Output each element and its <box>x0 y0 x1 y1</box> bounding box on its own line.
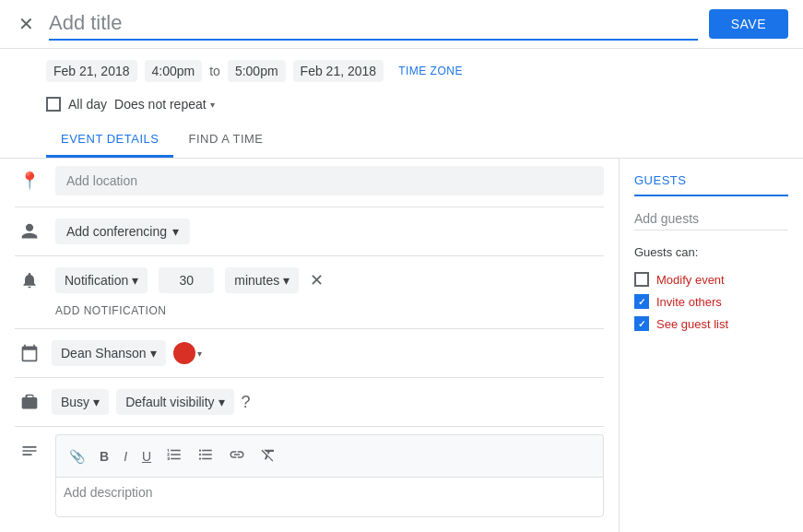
ordered-list-button[interactable] <box>160 443 188 469</box>
add-guests-input[interactable] <box>634 207 788 231</box>
allday-row: All day Does not repeat ▾ <box>0 93 803 123</box>
to-label: to <box>209 64 220 78</box>
tabs-row: EVENT DETAILS FIND A TIME <box>0 123 803 159</box>
calendar-row: Dean Shanson ▾ ▾ <box>15 333 604 373</box>
end-date-button[interactable]: Feb 21, 2018 <box>293 60 384 82</box>
briefcase-icon <box>15 393 44 411</box>
invite-others-label: Invite others <box>656 295 722 309</box>
tab-event-details[interactable]: EVENT DETAILS <box>46 123 173 158</box>
underline-button[interactable]: U <box>136 445 157 467</box>
allday-checkbox[interactable] <box>46 97 61 112</box>
location-icon: 📍 <box>15 171 44 191</box>
description-input[interactable] <box>55 477 604 517</box>
color-dropdown-button[interactable]: ▾ <box>197 349 202 359</box>
separator-3 <box>15 328 604 329</box>
repeat-label: Does not repeat <box>114 97 207 112</box>
separator-4 <box>15 377 604 378</box>
guests-can-label: Guests can: <box>634 245 788 259</box>
start-time-button[interactable]: 4:00pm <box>145 60 203 82</box>
conferencing-label: Add conferencing <box>66 224 167 239</box>
bold-button[interactable]: B <box>94 445 114 467</box>
start-date-button[interactable]: Feb 21, 2018 <box>46 60 137 82</box>
repeat-dropdown-icon: ▾ <box>210 100 215 110</box>
location-input[interactable] <box>55 166 604 195</box>
italic-button[interactable]: I <box>118 445 133 467</box>
guests-title: GUESTS <box>634 173 788 196</box>
conferencing-row: Add conferencing ▾ <box>15 211 604 252</box>
separator-2 <box>15 255 604 256</box>
description-row: 📎 B I U <box>15 431 604 521</box>
location-row: 📍 <box>15 159 604 203</box>
unordered-list-button[interactable] <box>192 443 219 469</box>
notification-value-input[interactable] <box>159 267 214 293</box>
separator-1 <box>15 207 604 207</box>
modify-event-checkbox[interactable] <box>634 272 649 287</box>
help-icon[interactable]: ? <box>242 393 251 412</box>
notification-unit-dropdown-icon: ▾ <box>283 273 289 288</box>
notification-dropdown-icon: ▾ <box>132 273 138 288</box>
visibility-label: Default visibility <box>125 395 214 409</box>
close-icon: ✕ <box>18 13 34 35</box>
right-panel: GUESTS Guests can: Modify event ✓ Invite… <box>619 159 803 532</box>
notification-type-label: Notification <box>65 273 128 288</box>
notification-icon <box>15 271 44 290</box>
add-notification-label[interactable]: ADD NOTIFICATION <box>15 301 604 325</box>
separator-5 <box>15 426 604 427</box>
see-guest-list-label: See guest list <box>656 317 728 331</box>
main-content: 📍 Add conferencing ▾ Notification ▾ <box>0 159 803 532</box>
status-dropdown-icon: ▾ <box>93 395 100 409</box>
see-guest-list-checkbox[interactable]: ✓ <box>634 316 649 331</box>
end-time-button[interactable]: 5:00pm <box>228 60 286 82</box>
datetime-row: Feb 21, 2018 4:00pm to 5:00pm Feb 21, 20… <box>0 49 803 93</box>
clear-notification-button[interactable]: ✕ <box>310 270 324 290</box>
repeat-button[interactable]: Does not repeat ▾ <box>114 97 215 112</box>
calendar-color-circle[interactable] <box>173 342 195 364</box>
visibility-dropdown-icon: ▾ <box>218 395 225 409</box>
status-select[interactable]: Busy ▾ <box>52 389 109 415</box>
modify-event-label: Modify event <box>656 273 725 287</box>
permission-row-invite: ✓ Invite others <box>634 290 788 313</box>
link-button[interactable] <box>223 443 251 469</box>
visibility-select[interactable]: Default visibility ▾ <box>116 389 233 415</box>
notification-unit-label: minutes <box>234 273 279 288</box>
attachment-button[interactable]: 📎 <box>64 445 90 467</box>
conferencing-dropdown-icon: ▾ <box>172 224 179 239</box>
notification-row: Notification ▾ minutes ▾ ✕ <box>15 260 604 301</box>
status-label: Busy <box>61 395 89 409</box>
timezone-button[interactable]: TIME ZONE <box>391 61 470 81</box>
conferencing-button[interactable]: Add conferencing ▾ <box>55 219 190 244</box>
close-button[interactable]: ✕ <box>15 9 38 39</box>
description-toolbar: 📎 B I U <box>55 434 604 477</box>
calendar-owner-select[interactable]: Dean Shanson ▾ <box>52 340 166 366</box>
calendar-owner-dropdown-icon: ▾ <box>150 346 157 361</box>
notification-unit-select[interactable]: minutes ▾ <box>225 267 299 293</box>
title-input[interactable] <box>49 7 698 41</box>
status-row: Busy ▾ Default visibility ▾ ? <box>15 382 604 422</box>
calendar-icon <box>15 344 44 362</box>
calendar-owner-label: Dean Shanson <box>61 346 147 361</box>
description-icon <box>15 434 44 460</box>
see-guests-check-icon: ✓ <box>638 319 645 329</box>
description-container: 📎 B I U <box>55 434 604 517</box>
left-panel: 📍 Add conferencing ▾ Notification ▾ <box>0 159 619 532</box>
invite-check-icon: ✓ <box>638 297 645 307</box>
save-button[interactable]: SAVE <box>709 9 788 39</box>
notification-type-select[interactable]: Notification ▾ <box>55 267 148 293</box>
conferencing-icon <box>15 222 44 241</box>
invite-others-checkbox[interactable]: ✓ <box>634 294 649 309</box>
remove-format-button[interactable] <box>254 443 282 469</box>
permission-row-modify: Modify event <box>634 268 788 290</box>
permission-row-see-guests: ✓ See guest list <box>634 313 788 335</box>
top-bar: ✕ SAVE <box>0 0 803 49</box>
allday-label: All day <box>68 97 107 112</box>
tab-find-time[interactable]: FIND A TIME <box>173 123 278 158</box>
